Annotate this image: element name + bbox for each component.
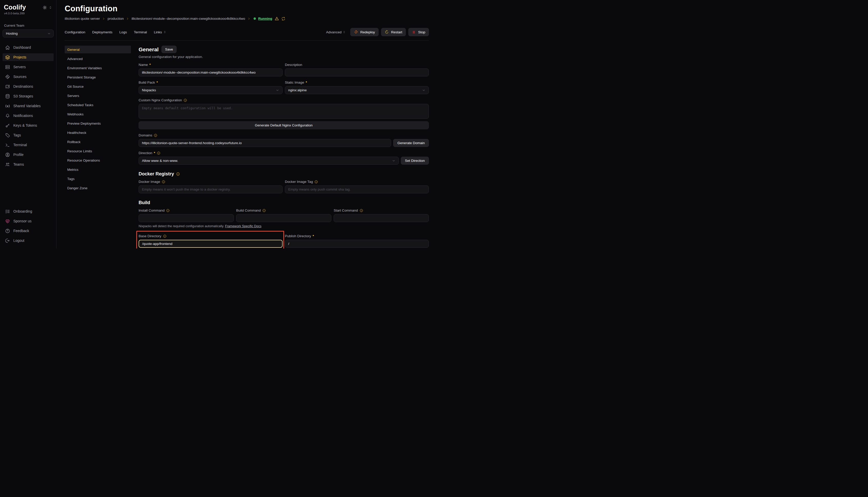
set-direction-button[interactable]: Set Direction bbox=[401, 157, 429, 165]
submenu-item-metrics[interactable]: Metrics bbox=[65, 166, 131, 173]
tab-label: Terminal bbox=[134, 30, 147, 34]
domains-input[interactable] bbox=[139, 139, 391, 147]
build-heading: Build bbox=[139, 200, 429, 205]
info-icon[interactable] bbox=[360, 209, 363, 212]
name-input[interactable] bbox=[139, 69, 283, 76]
info-icon[interactable] bbox=[166, 209, 170, 212]
sidebar-item-sources[interactable]: Sources bbox=[3, 73, 54, 81]
install-command-input[interactable] bbox=[139, 214, 234, 222]
map-icon bbox=[5, 84, 10, 89]
page-title: Configuration bbox=[65, 4, 429, 13]
redeploy-button[interactable]: Redeploy bbox=[350, 28, 378, 36]
info-icon[interactable] bbox=[162, 180, 165, 184]
sidebar-item-terminal[interactable]: Terminal bbox=[3, 141, 54, 149]
version-selector-chevrons-icon[interactable] bbox=[49, 6, 52, 9]
submenu-item-scheduled-tasks[interactable]: Scheduled Tasks bbox=[65, 101, 131, 109]
label-text: Docker Image bbox=[139, 180, 160, 184]
sidebar-item-label: Shared Variables bbox=[13, 104, 41, 108]
theme-sun-icon[interactable] bbox=[43, 5, 47, 10]
docker-image-input[interactable] bbox=[139, 185, 283, 193]
breadcrumb-application[interactable]: illicitestonion/-module--decomposition:m… bbox=[132, 17, 245, 20]
redeploy-label: Redeploy bbox=[360, 30, 375, 34]
info-icon[interactable] bbox=[314, 180, 318, 184]
publish-directory-input[interactable] bbox=[285, 240, 429, 248]
save-button[interactable]: Save bbox=[162, 46, 177, 53]
label-text: Install Command bbox=[139, 209, 165, 212]
main-content: Configuration illicitonion quote server … bbox=[56, 0, 434, 248]
submenu-item-rollback[interactable]: Rollback bbox=[65, 138, 131, 146]
label-text: Name bbox=[139, 63, 148, 67]
sidebar-item-profile[interactable]: Profile bbox=[3, 151, 54, 158]
info-icon[interactable] bbox=[163, 235, 167, 238]
sidebar-item-dashboard[interactable]: Dashboard bbox=[3, 44, 54, 51]
sidebar-item-servers[interactable]: Servers bbox=[3, 63, 54, 71]
submenu-item-webhooks[interactable]: Webhooks bbox=[65, 110, 131, 118]
submenu-item-healthcheck[interactable]: Healthcheck bbox=[65, 129, 131, 137]
refresh-icon[interactable] bbox=[281, 17, 285, 21]
sidebar-item-sponsor-us[interactable]: Sponsor us bbox=[3, 217, 54, 225]
submenu-item-servers[interactable]: Servers bbox=[65, 92, 131, 100]
team-select[interactable]: Hosting bbox=[3, 29, 54, 38]
docker-image-tag-input[interactable] bbox=[285, 185, 429, 193]
breadcrumb-project[interactable]: illicitonion quote server bbox=[65, 17, 100, 20]
note-text: Nixpacks will detect the required config… bbox=[139, 224, 224, 228]
sidebar-item-logout[interactable]: Logout bbox=[3, 237, 54, 244]
submenu-label: Resource Operations bbox=[67, 158, 100, 162]
sidebar-item-projects[interactable]: Projects bbox=[3, 53, 54, 61]
config-submenu: General Advanced Environment Variables P… bbox=[65, 46, 131, 248]
description-input[interactable] bbox=[285, 69, 429, 76]
submenu-item-git-source[interactable]: Git Source bbox=[65, 83, 131, 90]
nginx-config-textarea[interactable] bbox=[139, 104, 429, 119]
sidebar-item-s3-storages[interactable]: S3 Storages bbox=[3, 92, 54, 100]
submenu-item-advanced[interactable]: Advanced bbox=[65, 55, 131, 62]
submenu-item-resource-operations[interactable]: Resource Operations bbox=[65, 156, 131, 164]
submenu-item-persistent-storage[interactable]: Persistent Storage bbox=[65, 73, 131, 81]
info-icon[interactable] bbox=[262, 209, 266, 212]
warning-triangle-icon[interactable] bbox=[275, 16, 279, 21]
app-version: v4.0.0-beta.399 bbox=[3, 12, 54, 15]
advanced-dropdown[interactable]: Advanced bbox=[326, 30, 346, 34]
generate-nginx-button[interactable]: Generate Default Nginx Configuration bbox=[139, 121, 429, 129]
sidebar-item-tags[interactable]: Tags bbox=[3, 131, 54, 139]
sidebar-item-destinations[interactable]: Destinations bbox=[3, 83, 54, 90]
submenu-item-general[interactable]: General bbox=[65, 46, 131, 53]
sidebar-item-keys-tokens[interactable]: Keys & Tokens bbox=[3, 122, 54, 129]
base-directory-input[interactable] bbox=[139, 240, 283, 248]
sidebar-item-notifications[interactable]: Notifications bbox=[3, 112, 54, 119]
static-image-select[interactable]: nginx:alpine bbox=[285, 86, 429, 94]
tab-logs[interactable]: Logs bbox=[119, 30, 127, 34]
submenu-item-preview-deployments[interactable]: Preview Deployments bbox=[65, 119, 131, 127]
sidebar-item-teams[interactable]: Teams bbox=[3, 160, 54, 168]
build-pack-select[interactable]: Nixpacks bbox=[139, 86, 283, 94]
tab-deployments[interactable]: Deployments bbox=[92, 30, 112, 34]
chevron-right-icon bbox=[102, 17, 105, 20]
submenu-item-environment-variables[interactable]: Environment Variables bbox=[65, 64, 131, 72]
breadcrumb-environment[interactable]: production bbox=[108, 17, 124, 20]
framework-docs-link[interactable]: Framework Specific Docs bbox=[225, 224, 262, 228]
submenu-item-tags[interactable]: Tags bbox=[65, 175, 131, 183]
status-running-link[interactable]: Running bbox=[258, 17, 272, 20]
build-command-input[interactable] bbox=[236, 214, 331, 222]
info-icon[interactable] bbox=[157, 151, 161, 155]
stop-button[interactable]: Stop bbox=[408, 28, 429, 36]
tab-terminal[interactable]: Terminal bbox=[134, 30, 147, 34]
submenu-item-resource-limits[interactable]: Resource Limits bbox=[65, 147, 131, 155]
tab-links[interactable]: Links bbox=[154, 30, 166, 34]
generate-domain-button[interactable]: Generate Domain bbox=[393, 139, 429, 147]
sidebar-item-shared-variables[interactable]: (x) Shared Variables bbox=[3, 102, 54, 110]
name-description-row: Name * Description bbox=[139, 63, 429, 76]
sidebar-item-onboarding[interactable]: Onboarding bbox=[3, 208, 54, 215]
info-icon[interactable] bbox=[154, 133, 157, 137]
info-icon[interactable] bbox=[183, 98, 187, 102]
tab-configuration[interactable]: Configuration bbox=[65, 30, 85, 34]
info-icon[interactable] bbox=[176, 172, 180, 176]
tab-label: Deployments bbox=[92, 30, 112, 34]
submenu-item-danger-zone[interactable]: Danger Zone bbox=[65, 184, 131, 192]
configuration-content: General Advanced Environment Variables P… bbox=[65, 46, 429, 248]
build-pack-value: Nixpacks bbox=[142, 88, 156, 92]
restart-button[interactable]: Restart bbox=[381, 28, 406, 36]
direction-select[interactable]: Allow www & non-www. bbox=[139, 157, 399, 165]
tag-icon bbox=[5, 132, 10, 138]
start-command-input[interactable] bbox=[334, 214, 429, 222]
sidebar-item-feedback[interactable]: Feedback bbox=[3, 227, 54, 235]
